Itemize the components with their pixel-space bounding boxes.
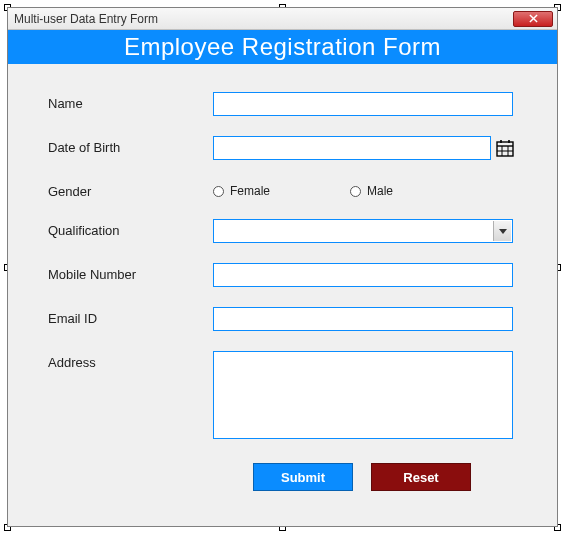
label-name: Name <box>48 92 213 111</box>
close-icon <box>529 14 538 23</box>
row-address: Address <box>48 351 527 443</box>
label-qualification: Qualification <box>48 219 213 238</box>
name-input[interactable] <box>213 92 513 116</box>
radio-circle-icon <box>350 186 361 197</box>
row-mobile: Mobile Number <box>48 263 527 287</box>
radio-male-label: Male <box>367 184 393 198</box>
form-title: Employee Registration Form <box>124 33 441 61</box>
label-mobile: Mobile Number <box>48 263 213 282</box>
radio-female-label: Female <box>230 184 270 198</box>
label-dob: Date of Birth <box>48 136 213 155</box>
titlebar: Multi-user Data Entry Form <box>8 8 557 30</box>
qualification-select[interactable] <box>213 219 513 243</box>
row-qualification: Qualification <box>48 219 527 243</box>
label-gender: Gender <box>48 180 213 199</box>
window-title: Multi-user Data Entry Form <box>14 12 513 26</box>
row-gender: Gender Female Male <box>48 180 527 199</box>
close-button[interactable] <box>513 11 553 27</box>
radio-female[interactable]: Female <box>213 184 270 198</box>
email-input[interactable] <box>213 307 513 331</box>
dob-input[interactable] <box>213 136 491 160</box>
button-row: Submit Reset <box>253 463 527 491</box>
radio-male[interactable]: Male <box>350 184 393 198</box>
label-email: Email ID <box>48 307 213 326</box>
row-email: Email ID <box>48 307 527 331</box>
form-window: Multi-user Data Entry Form Employee Regi… <box>7 7 558 527</box>
reset-button-label: Reset <box>403 470 438 485</box>
row-name: Name <box>48 92 527 116</box>
form-body: Name Date of Birth <box>8 64 557 526</box>
chevron-down-icon <box>493 221 511 241</box>
submit-button-label: Submit <box>281 470 325 485</box>
reset-button[interactable]: Reset <box>371 463 471 491</box>
address-input[interactable] <box>213 351 513 439</box>
form-header: Employee Registration Form <box>8 30 557 64</box>
radio-circle-icon <box>213 186 224 197</box>
submit-button[interactable]: Submit <box>253 463 353 491</box>
mobile-input[interactable] <box>213 263 513 287</box>
row-dob: Date of Birth <box>48 136 527 160</box>
calendar-icon[interactable] <box>495 138 515 158</box>
svg-rect-2 <box>497 142 513 156</box>
label-address: Address <box>48 351 213 370</box>
